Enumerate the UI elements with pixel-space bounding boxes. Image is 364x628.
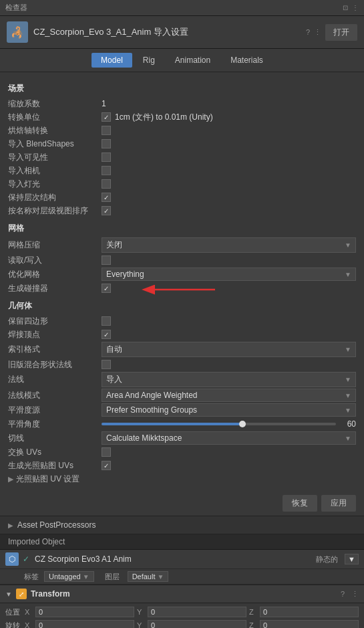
bake-axis-row: 烘焙轴转换 (8, 124, 356, 137)
position-z-axis: Z (249, 608, 258, 616)
normals-mode-arrow: ▼ (345, 392, 351, 399)
import-blendshapes-checkbox[interactable] (102, 139, 111, 148)
open-button[interactable]: 打开 (325, 24, 357, 41)
read-write-row: 读取/写入 (8, 253, 356, 267)
smoothness-source-dropdown[interactable]: Prefer Smoothing Groups ▼ (102, 403, 356, 417)
bake-axis-label: 烘焙轴转换 (8, 125, 102, 136)
tag-row: 标签 Untagged ▼ 图层 Default ▼ (0, 569, 364, 585)
asset-postprocessors-section: ▶ Asset PostProcessors (0, 516, 364, 534)
tab-animation[interactable]: Animation (166, 53, 220, 68)
position-x-input[interactable] (35, 607, 134, 617)
rotation-z-input[interactable] (260, 620, 359, 628)
import-cameras-checkbox[interactable] (102, 166, 111, 175)
smoothing-angle-thumb[interactable] (239, 421, 246, 427)
header-more-icon[interactable]: ⋮ (314, 28, 321, 37)
tab-rig[interactable]: Rig (134, 53, 164, 68)
transform-content: 位置 X Y Z 旋转 X Y Z 缩放 ⊟ (0, 603, 364, 628)
layer-value: Default (132, 572, 156, 581)
generate-colliders-checkbox[interactable] (102, 284, 111, 293)
layer-dropdown[interactable]: Default ▼ (128, 571, 169, 582)
normals-dropdown[interactable]: 导入 ▼ (102, 372, 356, 387)
tabs-bar: Model Rig Animation Materials (0, 49, 364, 72)
bottom-buttons: 恢复 应用 (0, 491, 364, 516)
transform-expand-icon[interactable]: ▼ (5, 591, 12, 598)
tag-dropdown-arrow: ▼ (83, 573, 89, 581)
position-x-field: X (25, 607, 134, 617)
asset-postprocessors-label: Asset PostProcessors (17, 520, 96, 530)
restore-button[interactable]: 恢复 (283, 495, 317, 512)
mesh-compression-row: 网格压缩 关闭 ▼ (8, 237, 356, 253)
mesh-compression-dropdown[interactable]: 关闭 ▼ (102, 237, 356, 253)
sort-by-name-row: 按名称对层级视图排序 (8, 204, 356, 217)
transform-header: ▼ ⤢ Transform ? ⋮ (0, 585, 364, 603)
rotation-x-axis: X (25, 621, 34, 628)
import-lights-checkbox[interactable] (102, 179, 111, 189)
topbar-menu-icon[interactable]: ⋮ (352, 4, 359, 11)
optimize-mesh-dropdown[interactable]: Everything ▼ (102, 268, 356, 281)
object-name: CZ Scorpion Evo3 A1 Anim (35, 554, 312, 564)
tag-dropdown[interactable]: Untagged ▼ (44, 571, 94, 582)
preserve-hierarchy-checkbox[interactable] (102, 193, 111, 202)
position-y-input[interactable] (148, 607, 246, 617)
swap-uvs-checkbox[interactable] (102, 447, 111, 457)
lightmap-uv-settings-row: ▶ 光照贴图 UV 设置 (8, 472, 356, 486)
index-format-label: 索引格式 (8, 344, 102, 355)
asset-postprocessors-expand-icon[interactable]: ▶ (8, 522, 13, 529)
normals-mode-label: 法线模式 (8, 390, 102, 401)
import-lights-row: 导入灯光 (8, 177, 356, 191)
convert-units-checkbox[interactable] (102, 112, 111, 122)
position-z-input[interactable] (260, 607, 359, 617)
smoothing-angle-slider-row: 60 (102, 419, 356, 429)
import-cameras-row: 导入相机 (8, 164, 356, 177)
read-write-checkbox[interactable] (102, 255, 111, 265)
header-help-icon[interactable]: ? (306, 28, 310, 36)
imported-object-header: Imported Object (0, 534, 364, 550)
object-static-dropdown[interactable]: ▼ (345, 554, 359, 564)
mesh-section-header: 网格 (8, 223, 356, 234)
read-write-label: 读取/写入 (8, 255, 102, 266)
normals-label: 法线 (8, 374, 102, 385)
lightmap-uv-expand-icon[interactable]: ▶ (8, 475, 13, 484)
bake-axis-checkbox[interactable] (102, 126, 111, 135)
preserve-hierarchy-label: 保持层次结构 (8, 192, 102, 203)
header: 🦂 CZ_Scorpion_Evo 3_A1_Anim 导入设置 ? ⋮ 打开 (0, 16, 364, 49)
legacy-blend-normals-label: 旧版混合形状法线 (8, 359, 102, 371)
optimize-mesh-label: 优化网格 (8, 269, 102, 280)
scale-factor-label: 缩放系数 (8, 98, 102, 110)
mesh-compression-value: 关闭 (106, 239, 122, 251)
apply-button[interactable]: 应用 (321, 495, 356, 512)
tab-model[interactable]: Model (92, 53, 132, 68)
tab-materials[interactable]: Materials (221, 53, 272, 68)
sort-by-name-checkbox[interactable] (102, 206, 111, 215)
main-content: 场景 缩放系数 1 转换单位 1cm (文件) to 0.01m (Unity)… (0, 72, 364, 491)
normals-row: 法线 导入 ▼ (8, 371, 356, 388)
position-y-field: Y (137, 607, 246, 617)
transform-icon: ⤢ (16, 589, 27, 599)
header-title: CZ_Scorpion_Evo 3_A1_Anim 导入设置 (33, 26, 188, 38)
normals-mode-dropdown[interactable]: Area And Angle Weighted ▼ (102, 389, 356, 402)
keep-quads-checkbox[interactable] (102, 316, 111, 326)
topbar-settings-icon[interactable]: ⊡ (343, 4, 348, 11)
object-static-label: 静态的 (316, 554, 338, 564)
mesh-compression-label: 网格压缩 (8, 239, 102, 251)
generate-colliders-row: 生成碰撞器 (8, 282, 356, 295)
import-visibility-checkbox[interactable] (102, 152, 111, 162)
tangents-dropdown[interactable]: Calculate Mikktspace ▼ (102, 431, 356, 445)
import-visibility-label: 导入可见性 (8, 152, 102, 163)
index-format-dropdown[interactable]: 自动 ▼ (102, 342, 356, 357)
annotation-arrow (142, 280, 222, 301)
rotation-x-input[interactable] (35, 620, 134, 628)
tangents-row: 切线 Calculate Mikktspace ▼ (8, 431, 356, 445)
weld-vertices-row: 焊接顶点 (8, 328, 356, 341)
gen-lightmap-uvs-checkbox[interactable] (102, 461, 111, 470)
legacy-blend-normals-checkbox[interactable] (102, 360, 111, 369)
legacy-blend-normals-row: 旧版混合形状法线 (8, 358, 356, 371)
rotation-label: 旋转 (5, 621, 22, 629)
transform-more-icon[interactable]: ⋮ (351, 590, 359, 599)
smoothing-angle-track (102, 423, 336, 425)
rotation-x-field: X (25, 620, 134, 628)
smoothing-angle-fill (102, 423, 242, 425)
transform-help-icon[interactable]: ? (341, 590, 345, 598)
rotation-y-input[interactable] (148, 620, 246, 628)
weld-vertices-checkbox[interactable] (102, 330, 111, 339)
